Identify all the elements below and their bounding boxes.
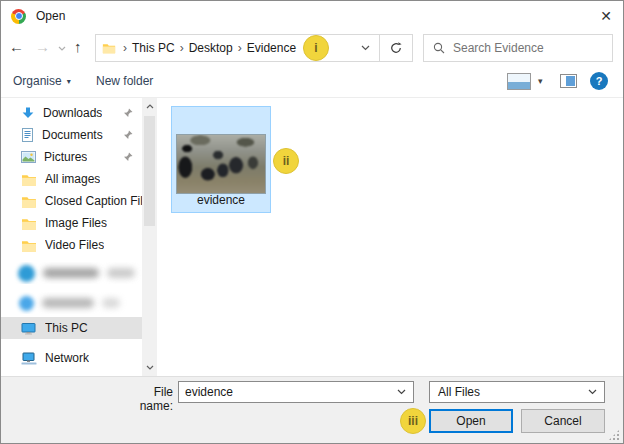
thumbnail-view-icon[interactable] xyxy=(507,73,531,90)
breadcrumb-separator: › xyxy=(123,41,127,55)
search-box[interactable] xyxy=(423,34,613,62)
scrollbar-thumb[interactable] xyxy=(144,116,155,226)
sidebar-item-closed-caption-files[interactable]: Closed Caption Fil xyxy=(1,190,142,212)
file-type-dropdown-chevron-icon[interactable] xyxy=(581,389,604,395)
sidebar-item-pictures[interactable]: Pictures xyxy=(1,146,142,168)
breadcrumb-item-this-pc[interactable]: This PC xyxy=(132,41,175,55)
help-button[interactable]: ? xyxy=(590,72,608,90)
recent-locations-chevron-icon[interactable] xyxy=(58,46,66,51)
navigation-pane: Downloads Documents Pictures All images … xyxy=(1,98,142,376)
breadcrumb: › This PC › Desktop › Evidence xyxy=(96,35,379,61)
folder-icon xyxy=(21,239,37,252)
organise-caret-icon: ▾ xyxy=(67,77,71,86)
file-thumbnail xyxy=(176,134,266,194)
dialog-footer: File name: All Files Open Cancel xyxy=(1,376,623,443)
sidebar-scrollbar[interactable] xyxy=(142,98,157,376)
redacted-icon xyxy=(19,296,34,311)
search-input[interactable] xyxy=(453,41,612,55)
network-icon xyxy=(21,352,37,365)
folder-icon xyxy=(21,173,37,186)
cancel-button[interactable]: Cancel xyxy=(521,409,605,433)
close-icon[interactable]: ✕ xyxy=(597,7,615,25)
annotation-circle-iii: iii xyxy=(400,408,426,434)
open-file-dialog: Open ✕ ← → ↑ › This PC › Desktop › Evide… xyxy=(0,0,624,444)
scroll-up-icon[interactable] xyxy=(142,99,157,114)
search-icon xyxy=(433,42,445,54)
sidebar-item-downloads[interactable]: Downloads xyxy=(1,102,142,124)
up-button[interactable]: ↑ xyxy=(74,38,82,56)
sidebar-item-documents[interactable]: Documents xyxy=(1,124,142,146)
sidebar-item-network[interactable]: Network xyxy=(1,347,142,369)
organise-menu-button[interactable]: Organise▾ xyxy=(13,74,71,88)
folder-icon xyxy=(21,217,37,230)
file-name-label: evidence xyxy=(172,193,270,207)
pin-icon xyxy=(123,108,133,118)
pin-icon xyxy=(123,130,133,140)
sidebar-item-all-images[interactable]: All images xyxy=(1,168,142,190)
redacted-icon xyxy=(18,265,35,282)
back-button[interactable]: ← xyxy=(9,38,24,56)
chrome-icon xyxy=(11,9,26,24)
breadcrumb-item-evidence[interactable]: Evidence xyxy=(247,41,296,55)
annotation-circle-i: i xyxy=(303,35,329,61)
command-toolbar: Organise▾ New folder ▾ ? xyxy=(1,65,623,98)
open-button[interactable]: Open xyxy=(429,409,513,433)
preview-pane-icon[interactable] xyxy=(560,74,577,88)
breadcrumb-separator: › xyxy=(238,41,242,55)
refresh-icon xyxy=(389,41,403,55)
forward-button: → xyxy=(35,38,50,56)
file-name-dropdown-chevron-icon[interactable] xyxy=(390,389,413,395)
folder-icon xyxy=(21,195,37,208)
breadcrumb-folder-icon xyxy=(102,42,116,54)
refresh-button[interactable] xyxy=(379,35,412,61)
thumbnail-photo xyxy=(176,134,266,194)
breadcrumb-separator: › xyxy=(180,41,184,55)
sidebar-item-this-pc[interactable]: This PC xyxy=(1,317,142,339)
pictures-icon xyxy=(21,151,36,163)
sidebar-item-image-files[interactable]: Image Files xyxy=(1,212,142,234)
file-type-select[interactable]: All Files xyxy=(429,381,605,403)
sidebar-item-redacted-1[interactable] xyxy=(1,262,142,284)
resize-grip[interactable] xyxy=(608,429,620,441)
scroll-down-icon[interactable] xyxy=(142,360,157,375)
breadcrumb-item-desktop[interactable]: Desktop xyxy=(189,41,233,55)
file-name-input[interactable] xyxy=(179,385,390,399)
download-icon xyxy=(21,107,35,120)
document-icon xyxy=(21,128,34,142)
sidebar-item-video-files[interactable]: Video Files xyxy=(1,234,142,256)
window-title: Open xyxy=(36,9,65,23)
pin-icon xyxy=(123,152,133,162)
file-name-combobox[interactable] xyxy=(178,381,414,403)
sidebar-item-redacted-2[interactable] xyxy=(1,292,142,314)
address-dropdown-chevron-icon[interactable] xyxy=(352,45,379,51)
address-bar[interactable]: › This PC › Desktop › Evidence xyxy=(95,34,413,62)
file-type-value: All Files xyxy=(438,385,480,399)
annotation-circle-ii: ii xyxy=(273,148,299,174)
file-item-evidence[interactable]: evidence xyxy=(171,106,271,213)
file-name-field-label: File name: xyxy=(119,385,173,413)
title-bar: Open ✕ xyxy=(1,1,623,31)
view-options-caret-icon[interactable]: ▾ xyxy=(538,76,543,86)
this-pc-icon xyxy=(21,322,37,335)
new-folder-button[interactable]: New folder xyxy=(96,74,153,88)
dialog-content: Downloads Documents Pictures All images … xyxy=(1,98,623,376)
